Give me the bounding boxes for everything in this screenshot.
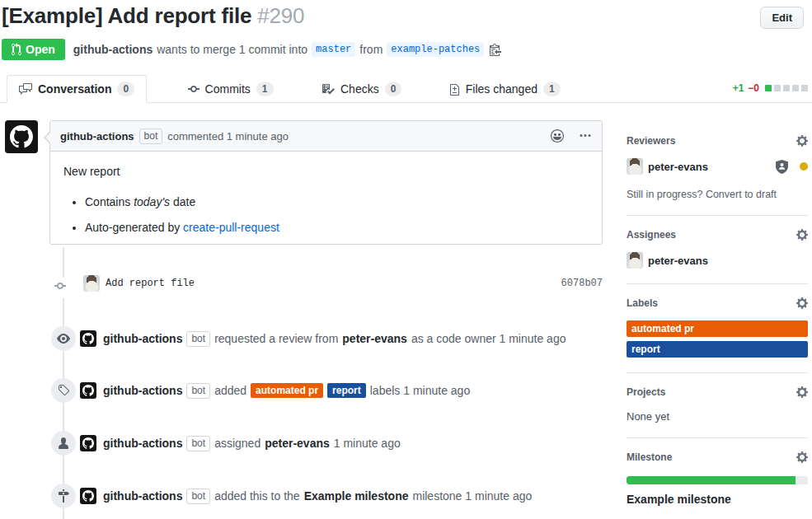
diffstat-additions: +1 [733, 82, 744, 94]
diffstat[interactable]: +1 −0 [733, 82, 808, 94]
page-title: [Example] Add report file #290 [2, 3, 304, 29]
pr-state-badge: Open [2, 39, 65, 60]
timeline-event-milestoned: github-actions bot added this to the Exa… [51, 484, 606, 508]
timeline-event-labels-added: github-actions bot added automated pr re… [51, 378, 606, 403]
comment-bullet: Auto-generated by create-pull-request [85, 219, 589, 236]
avatar[interactable] [80, 488, 96, 504]
edit-button[interactable]: Edit [760, 7, 804, 29]
label-chip-automated-pr[interactable]: automated pr [251, 383, 323, 398]
comment-discussion-icon [19, 82, 32, 96]
convert-to-draft-link[interactable]: Convert to draft [706, 189, 777, 200]
from-text: from [359, 43, 383, 56]
commit-sha-link[interactable]: 6078b07 [561, 278, 603, 289]
event-timestamp[interactable]: labels 1 minute ago [370, 384, 470, 397]
milestone-heading: Milestone [627, 451, 672, 463]
label-chip-report[interactable]: report [327, 383, 366, 398]
milestone-progress-bar [627, 476, 808, 484]
bot-badge: bot [186, 331, 210, 347]
avatar[interactable] [80, 330, 96, 347]
avatar[interactable] [627, 158, 643, 175]
pr-sidebar: Reviewers peter-evans Still in progress?… [627, 128, 808, 519]
gear-icon[interactable] [796, 451, 808, 464]
bot-badge: bot [186, 383, 210, 399]
projects-empty-text: None yet [627, 410, 808, 423]
commit-row: Add report file 6078b07 [0, 274, 606, 296]
pr-author-link[interactable]: github-actions [73, 43, 153, 56]
merge-text: wants to merge 1 commit into [157, 43, 307, 56]
tab-commits[interactable]: Commits 1 [176, 75, 286, 103]
copy-branch-icon[interactable] [490, 43, 501, 56]
avatar[interactable] [80, 435, 96, 451]
avatar[interactable] [83, 275, 100, 292]
gear-icon[interactable] [796, 134, 808, 147]
event-actor-link[interactable]: github-actions [103, 384, 182, 397]
event-actor-link[interactable]: github-actions [103, 332, 182, 345]
diffstat-deletions: −0 [748, 82, 759, 94]
kebab-menu-icon[interactable] [579, 129, 592, 143]
diffstat-block [783, 85, 790, 91]
event-timestamp[interactable]: as a code owner 1 minute ago [411, 332, 566, 345]
convert-to-draft-note: Still in progress? Convert to draft [627, 189, 808, 200]
gear-icon[interactable] [796, 228, 808, 241]
bot-badge: bot [186, 436, 210, 451]
timeline-event-review-requested: github-actions bot requested a review fr… [51, 326, 606, 351]
pr-meta-text: github-actions wants to merge 1 commit i… [73, 42, 506, 57]
milestone-name-link[interactable]: Example milestone [627, 493, 808, 506]
octocat-icon [10, 125, 33, 148]
diffstat-block [774, 85, 781, 91]
labels-section: Labels automated pr report [627, 297, 808, 373]
smiley-reaction-icon[interactable] [551, 129, 564, 143]
bot-badge: bot [186, 489, 210, 504]
reviewer-name-link[interactable]: peter-evans [648, 161, 708, 173]
comment-body: New report Contains today's date Auto-ge… [50, 152, 602, 256]
pr-number: #290 [257, 3, 304, 28]
pr-title-text: [Example] Add report file [2, 3, 251, 28]
tab-label: Files changed [466, 82, 537, 96]
event-actor-link[interactable]: github-actions [103, 489, 182, 503]
label-automated-pr[interactable]: automated pr [627, 320, 808, 337]
checklist-icon [322, 82, 335, 96]
git-commit-icon [188, 82, 199, 96]
projects-section: Projects None yet [627, 386, 808, 438]
comment-header: github-actions bot commented 1 minute ag… [50, 121, 602, 152]
event-user-link[interactable]: peter-evans [342, 332, 407, 345]
labels-heading: Labels [627, 297, 658, 309]
label-report[interactable]: report [627, 341, 808, 358]
milestone-progress-fill [627, 476, 796, 484]
tab-files-changed[interactable]: Files changed 1 [438, 75, 573, 103]
commit-message-link[interactable]: Add report file [106, 278, 195, 289]
head-branch-label[interactable]: example-patches [387, 42, 484, 57]
comment-timestamp[interactable]: commented 1 minute ago [167, 130, 289, 143]
avatar[interactable] [627, 252, 643, 269]
base-branch-label[interactable]: master [312, 42, 355, 57]
avatar[interactable] [5, 120, 38, 153]
event-timestamp[interactable]: milestone 1 minute ago [412, 489, 532, 503]
tag-icon [51, 378, 76, 403]
tab-counter: 0 [385, 82, 402, 96]
comment-author-link[interactable]: github-actions [60, 130, 134, 143]
git-pull-request-icon [12, 43, 21, 56]
tab-conversation[interactable]: Conversation 0 [7, 75, 147, 103]
assignees-heading: Assignees [627, 229, 676, 241]
gear-icon[interactable] [796, 386, 808, 399]
pr-tab-nav: Conversation 0 Commits 1 Checks 0 Files … [0, 75, 812, 103]
event-user-link[interactable]: peter-evans [265, 437, 330, 450]
event-milestone-link[interactable]: Example milestone [304, 489, 409, 503]
tab-counter: 1 [543, 82, 561, 96]
assignee-name-link[interactable]: peter-evans [648, 255, 708, 267]
pr-meta: Open github-actions wants to merge 1 com… [2, 39, 505, 60]
comment-bullet: Contains today's date [85, 194, 589, 211]
italic-text: today's [134, 195, 170, 208]
create-pull-request-link[interactable]: create-pull-request [183, 221, 279, 234]
diffstat-block [801, 85, 808, 91]
avatar[interactable] [80, 382, 96, 399]
milestone-icon [51, 484, 76, 508]
tab-checks[interactable]: Checks 0 [309, 75, 414, 103]
event-text: assigned [214, 437, 260, 450]
reviewers-section: Reviewers peter-evans Still in progress?… [627, 128, 808, 216]
gear-icon[interactable] [796, 297, 808, 310]
comment-caret [44, 131, 50, 144]
event-actor-link[interactable]: github-actions [103, 437, 182, 450]
event-timestamp[interactable]: 1 minute ago [334, 437, 401, 450]
file-diff-icon [450, 82, 460, 96]
